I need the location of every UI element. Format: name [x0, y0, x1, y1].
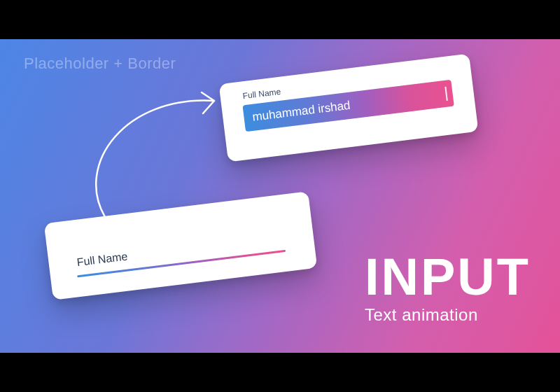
input-value: muhammad irshad: [251, 99, 351, 125]
letterbox-top: [0, 0, 560, 39]
input-card-filled: Full Name muhammad irshad: [219, 53, 479, 162]
input-card-empty: Full Name: [44, 191, 318, 300]
headline-big: INPUT: [365, 254, 531, 301]
floating-label: Full Name: [242, 87, 281, 102]
headline-small: Text animation: [365, 305, 531, 325]
placeholder-label[interactable]: Full Name: [76, 250, 129, 269]
headline-block: INPUT Text animation: [365, 254, 531, 325]
subtitle-text: Placeholder + Border: [24, 55, 176, 73]
promo-stage: Placeholder + Border Full Name muhammad …: [0, 39, 560, 353]
letterbox-bottom: [0, 353, 560, 392]
